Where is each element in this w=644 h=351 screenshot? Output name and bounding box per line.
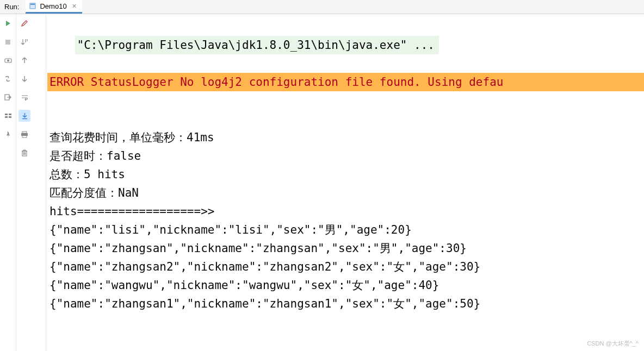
- run-header: Run: Demo10 ×: [0, 0, 644, 14]
- soft-wrap-button[interactable]: [18, 91, 30, 103]
- console-line: {"name":"lisi","nickname":"lisi","sex":"…: [47, 221, 644, 239]
- console-line: 总数：5 hits: [47, 165, 644, 184]
- close-icon[interactable]: ×: [72, 2, 77, 10]
- cmd-line: "C:\Program Files\Java\jdk1.8.0_31\bin\j…: [75, 36, 439, 54]
- run-tab[interactable]: Demo10 ×: [26, 0, 82, 14]
- stop-button[interactable]: [2, 36, 14, 48]
- svg-rect-6: [5, 114, 8, 115]
- console-line: {"name":"wangwu","nickname":"wangwu","se…: [47, 276, 644, 294]
- edit-button[interactable]: [18, 17, 30, 29]
- watermark: CSDN @大坏蛋^_^: [587, 340, 639, 348]
- svg-rect-9: [9, 116, 11, 118]
- clear-button[interactable]: [18, 147, 30, 159]
- console-line: {"name":"zhangsan2","nickname":"zhangsan…: [47, 258, 644, 276]
- pin-button[interactable]: [2, 128, 14, 140]
- toolbar-right: [16, 14, 33, 351]
- svg-rect-7: [9, 114, 11, 115]
- svg-rect-2: [5, 40, 10, 45]
- rerun-button[interactable]: [2, 17, 14, 29]
- dump-threads-button[interactable]: [2, 54, 14, 66]
- main-area: "C:\Program Files\Java\jdk1.8.0_31\bin\j…: [0, 14, 644, 351]
- run-tab-label: Demo10: [40, 2, 66, 10]
- console-line: 查询花费时间，单位毫秒：41ms: [47, 128, 644, 147]
- down-button[interactable]: [18, 73, 30, 85]
- console-line: {"name":"zhangsan","nickname":"zhangsan"…: [47, 239, 644, 258]
- error-line: ERROR StatusLogger No log4j2 configurati…: [47, 73, 644, 91]
- print-button[interactable]: [18, 128, 30, 140]
- console-output[interactable]: "C:\Program Files\Java\jdk1.8.0_31\bin\j…: [46, 14, 644, 351]
- console-line: 是否超时：false: [47, 147, 644, 165]
- console-line: hits==================>>: [47, 202, 644, 221]
- down-stack-button[interactable]: [18, 36, 30, 48]
- svg-rect-1: [30, 4, 35, 5]
- scroll-to-end-button[interactable]: [18, 110, 30, 122]
- svg-rect-8: [5, 116, 8, 118]
- up-button[interactable]: [18, 54, 30, 66]
- layout-settings-button[interactable]: [2, 110, 14, 122]
- console-line: {"name":"zhangsan1","nickname":"zhangsan…: [47, 294, 644, 313]
- layout-button[interactable]: [2, 73, 14, 85]
- toolbar-left: [0, 14, 16, 351]
- svg-point-4: [7, 60, 9, 62]
- console-line: 匹配分度值：NaN: [47, 184, 644, 202]
- exit-button[interactable]: [2, 91, 14, 103]
- svg-rect-10: [22, 131, 27, 133]
- run-label: Run:: [0, 3, 23, 11]
- run-config-icon: [29, 2, 36, 10]
